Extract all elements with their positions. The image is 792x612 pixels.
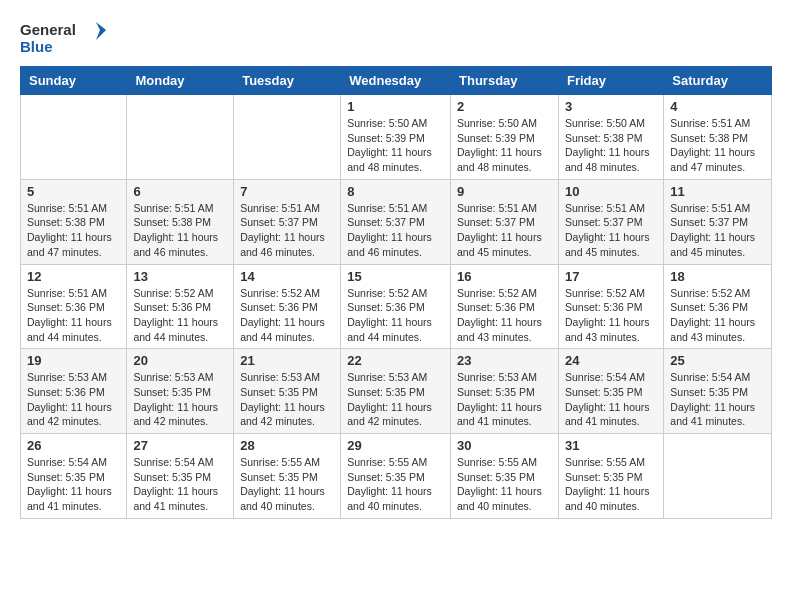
calendar-cell: 1Sunrise: 5:50 AM Sunset: 5:39 PM Daylig… [341,95,451,180]
calendar-cell: 19Sunrise: 5:53 AM Sunset: 5:36 PM Dayli… [21,349,127,434]
day-header-tuesday: Tuesday [234,67,341,95]
calendar-cell: 3Sunrise: 5:50 AM Sunset: 5:38 PM Daylig… [558,95,663,180]
day-number: 20 [133,353,227,368]
day-info: Sunrise: 5:53 AM Sunset: 5:35 PM Dayligh… [347,370,444,429]
calendar-cell: 7Sunrise: 5:51 AM Sunset: 5:37 PM Daylig… [234,179,341,264]
day-number: 12 [27,269,120,284]
calendar-cell: 29Sunrise: 5:55 AM Sunset: 5:35 PM Dayli… [341,434,451,519]
calendar-cell: 4Sunrise: 5:51 AM Sunset: 5:38 PM Daylig… [664,95,772,180]
calendar-cell: 18Sunrise: 5:52 AM Sunset: 5:36 PM Dayli… [664,264,772,349]
day-number: 25 [670,353,765,368]
day-number: 26 [27,438,120,453]
day-info: Sunrise: 5:55 AM Sunset: 5:35 PM Dayligh… [240,455,334,514]
day-info: Sunrise: 5:53 AM Sunset: 5:35 PM Dayligh… [133,370,227,429]
calendar-cell: 17Sunrise: 5:52 AM Sunset: 5:36 PM Dayli… [558,264,663,349]
calendar-cell: 12Sunrise: 5:51 AM Sunset: 5:36 PM Dayli… [21,264,127,349]
calendar-week-row: 12Sunrise: 5:51 AM Sunset: 5:36 PM Dayli… [21,264,772,349]
day-info: Sunrise: 5:50 AM Sunset: 5:38 PM Dayligh… [565,116,657,175]
day-info: Sunrise: 5:51 AM Sunset: 5:37 PM Dayligh… [457,201,552,260]
day-info: Sunrise: 5:51 AM Sunset: 5:37 PM Dayligh… [565,201,657,260]
calendar-cell: 14Sunrise: 5:52 AM Sunset: 5:36 PM Dayli… [234,264,341,349]
svg-marker-1 [96,22,106,40]
calendar-week-row: 26Sunrise: 5:54 AM Sunset: 5:35 PM Dayli… [21,434,772,519]
day-number: 27 [133,438,227,453]
day-header-saturday: Saturday [664,67,772,95]
calendar-cell: 13Sunrise: 5:52 AM Sunset: 5:36 PM Dayli… [127,264,234,349]
day-number: 17 [565,269,657,284]
day-info: Sunrise: 5:52 AM Sunset: 5:36 PM Dayligh… [240,286,334,345]
day-info: Sunrise: 5:50 AM Sunset: 5:39 PM Dayligh… [457,116,552,175]
day-number: 19 [27,353,120,368]
calendar-cell [234,95,341,180]
day-header-wednesday: Wednesday [341,67,451,95]
day-number: 9 [457,184,552,199]
day-info: Sunrise: 5:52 AM Sunset: 5:36 PM Dayligh… [457,286,552,345]
calendar-cell: 16Sunrise: 5:52 AM Sunset: 5:36 PM Dayli… [451,264,559,349]
calendar-cell: 8Sunrise: 5:51 AM Sunset: 5:37 PM Daylig… [341,179,451,264]
day-number: 8 [347,184,444,199]
day-number: 21 [240,353,334,368]
calendar-cell: 28Sunrise: 5:55 AM Sunset: 5:35 PM Dayli… [234,434,341,519]
calendar-cell: 5Sunrise: 5:51 AM Sunset: 5:38 PM Daylig… [21,179,127,264]
calendar-table: SundayMondayTuesdayWednesdayThursdayFrid… [20,66,772,519]
day-number: 1 [347,99,444,114]
day-number: 7 [240,184,334,199]
calendar-cell: 31Sunrise: 5:55 AM Sunset: 5:35 PM Dayli… [558,434,663,519]
day-number: 22 [347,353,444,368]
day-number: 13 [133,269,227,284]
calendar-cell: 25Sunrise: 5:54 AM Sunset: 5:35 PM Dayli… [664,349,772,434]
calendar-cell: 24Sunrise: 5:54 AM Sunset: 5:35 PM Dayli… [558,349,663,434]
day-info: Sunrise: 5:51 AM Sunset: 5:37 PM Dayligh… [670,201,765,260]
day-number: 16 [457,269,552,284]
svg-text:Blue: Blue [20,38,53,55]
day-info: Sunrise: 5:55 AM Sunset: 5:35 PM Dayligh… [565,455,657,514]
calendar-cell [127,95,234,180]
day-number: 10 [565,184,657,199]
day-info: Sunrise: 5:52 AM Sunset: 5:36 PM Dayligh… [347,286,444,345]
calendar-week-row: 1Sunrise: 5:50 AM Sunset: 5:39 PM Daylig… [21,95,772,180]
calendar-header-row: SundayMondayTuesdayWednesdayThursdayFrid… [21,67,772,95]
calendar-cell: 15Sunrise: 5:52 AM Sunset: 5:36 PM Dayli… [341,264,451,349]
day-number: 3 [565,99,657,114]
day-number: 24 [565,353,657,368]
day-info: Sunrise: 5:52 AM Sunset: 5:36 PM Dayligh… [670,286,765,345]
day-number: 29 [347,438,444,453]
day-header-friday: Friday [558,67,663,95]
day-number: 30 [457,438,552,453]
day-number: 14 [240,269,334,284]
day-info: Sunrise: 5:51 AM Sunset: 5:38 PM Dayligh… [670,116,765,175]
day-number: 28 [240,438,334,453]
calendar-cell [21,95,127,180]
day-number: 23 [457,353,552,368]
calendar-cell: 22Sunrise: 5:53 AM Sunset: 5:35 PM Dayli… [341,349,451,434]
logo-svg: General Blue [20,20,110,56]
calendar-cell: 26Sunrise: 5:54 AM Sunset: 5:35 PM Dayli… [21,434,127,519]
day-info: Sunrise: 5:52 AM Sunset: 5:36 PM Dayligh… [133,286,227,345]
calendar-cell: 11Sunrise: 5:51 AM Sunset: 5:37 PM Dayli… [664,179,772,264]
day-info: Sunrise: 5:54 AM Sunset: 5:35 PM Dayligh… [670,370,765,429]
day-info: Sunrise: 5:55 AM Sunset: 5:35 PM Dayligh… [347,455,444,514]
calendar-cell: 9Sunrise: 5:51 AM Sunset: 5:37 PM Daylig… [451,179,559,264]
day-number: 11 [670,184,765,199]
day-info: Sunrise: 5:54 AM Sunset: 5:35 PM Dayligh… [27,455,120,514]
day-info: Sunrise: 5:51 AM Sunset: 5:38 PM Dayligh… [27,201,120,260]
calendar-cell: 30Sunrise: 5:55 AM Sunset: 5:35 PM Dayli… [451,434,559,519]
calendar-cell: 10Sunrise: 5:51 AM Sunset: 5:37 PM Dayli… [558,179,663,264]
day-info: Sunrise: 5:54 AM Sunset: 5:35 PM Dayligh… [133,455,227,514]
day-header-monday: Monday [127,67,234,95]
day-info: Sunrise: 5:53 AM Sunset: 5:35 PM Dayligh… [457,370,552,429]
calendar-week-row: 5Sunrise: 5:51 AM Sunset: 5:38 PM Daylig… [21,179,772,264]
day-number: 18 [670,269,765,284]
day-info: Sunrise: 5:51 AM Sunset: 5:37 PM Dayligh… [240,201,334,260]
calendar-cell: 6Sunrise: 5:51 AM Sunset: 5:38 PM Daylig… [127,179,234,264]
calendar-cell: 27Sunrise: 5:54 AM Sunset: 5:35 PM Dayli… [127,434,234,519]
page-header: General Blue [20,20,772,56]
day-info: Sunrise: 5:54 AM Sunset: 5:35 PM Dayligh… [565,370,657,429]
day-number: 4 [670,99,765,114]
logo: General Blue [20,20,110,56]
calendar-cell [664,434,772,519]
day-number: 15 [347,269,444,284]
day-info: Sunrise: 5:53 AM Sunset: 5:36 PM Dayligh… [27,370,120,429]
day-info: Sunrise: 5:53 AM Sunset: 5:35 PM Dayligh… [240,370,334,429]
day-info: Sunrise: 5:51 AM Sunset: 5:38 PM Dayligh… [133,201,227,260]
